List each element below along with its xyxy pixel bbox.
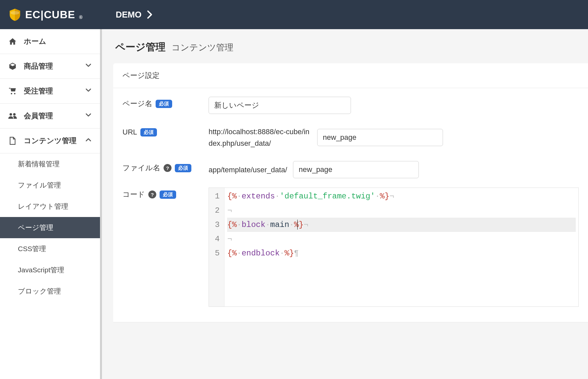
sidebar-item-label: コンテンツ管理 (24, 136, 78, 146)
sidebar: ホーム 商品管理 受注管理 会員管理 (0, 29, 102, 379)
page-name-input[interactable] (209, 97, 351, 114)
label-url: URL (122, 128, 137, 136)
filename-input[interactable] (293, 161, 419, 178)
app-header: EC|CUBE ® DEMO (0, 0, 588, 29)
home-icon (8, 37, 17, 46)
card-header: ページ設定 (113, 63, 588, 88)
subnav-item-label: CSS管理 (18, 245, 46, 252)
url-prefix: http://localhost:8888/ec-cube/index.php/… (209, 126, 311, 149)
page-subtitle: コンテンツ管理 (172, 42, 233, 53)
subnav-item-page[interactable]: ページ管理 (0, 217, 100, 238)
subnav-item-js[interactable]: JavaScript管理 (0, 259, 100, 281)
subnav-item-css[interactable]: CSS管理 (0, 238, 100, 259)
sidebar-item-members[interactable]: 会員管理 (0, 104, 100, 129)
editor-gutter: 12345 (209, 188, 224, 306)
chevron-up-icon (85, 136, 92, 145)
subnav-item-label: JavaScript管理 (18, 266, 64, 274)
main-content: ページ管理 コンテンツ管理 ページ設定 ページ名 必須 (102, 29, 588, 379)
logo-trademark: ® (79, 15, 82, 20)
subnav-item-layout[interactable]: レイアウト管理 (0, 196, 100, 217)
chevron-down-icon (85, 86, 92, 96)
label-code: コード (122, 190, 145, 199)
shield-icon (8, 8, 22, 22)
users-icon (8, 111, 17, 121)
sidebar-item-label: 会員管理 (24, 111, 78, 121)
url-input[interactable] (317, 129, 443, 146)
form-row-filename: ファイル名 ? 必須 app/template/user_data/ (122, 155, 579, 184)
sidebar-item-content[interactable]: コンテンツ管理 (0, 129, 100, 153)
required-badge: 必須 (160, 190, 176, 199)
sidebar-item-label: 商品管理 (24, 61, 78, 71)
subnav-item-label: 新着情報管理 (18, 160, 60, 168)
chevron-down-icon (85, 111, 92, 121)
sidebar-item-label: ホーム (24, 36, 92, 46)
sidebar-subnav-content: 新着情報管理 ファイル管理 レイアウト管理 ページ管理 CSS管理 JavaSc… (0, 153, 100, 302)
required-badge: 必須 (156, 100, 172, 108)
cart-icon (8, 86, 17, 96)
code-editor[interactable]: 12345 {%·extends·'default_frame.twig'·%}… (209, 188, 579, 307)
subnav-item-label: ページ管理 (18, 224, 53, 231)
sidebar-item-products[interactable]: 商品管理 (0, 54, 100, 79)
form-row-name: ページ名 必須 (122, 91, 579, 120)
label-name: ページ名 (122, 99, 152, 109)
required-badge: 必須 (175, 164, 191, 172)
subnav-item-label: レイアウト管理 (18, 202, 68, 210)
svg-point-0 (10, 11, 19, 15)
logo-text: EC|CUBE (25, 9, 75, 21)
subnav-item-label: ブロック管理 (18, 287, 61, 295)
file-icon (8, 136, 17, 145)
page-settings-card: ページ設定 ページ名 必須 URL 必須 (113, 63, 588, 322)
help-icon[interactable]: ? (164, 164, 172, 172)
chevron-right-icon (147, 10, 153, 19)
logo[interactable]: EC|CUBE ® (8, 8, 82, 22)
subnav-item-news[interactable]: 新着情報管理 (0, 153, 100, 175)
subnav-item-block[interactable]: ブロック管理 (0, 281, 100, 302)
subnav-item-file[interactable]: ファイル管理 (0, 175, 100, 196)
demo-label: DEMO (116, 10, 141, 20)
sidebar-item-label: 受注管理 (24, 86, 78, 96)
page-title: ページ管理 (115, 40, 166, 54)
required-badge: 必須 (140, 128, 157, 136)
cube-icon (8, 62, 17, 71)
filename-prefix: app/template/user_data/ (209, 164, 287, 176)
help-icon[interactable]: ? (148, 190, 156, 198)
form-row-url: URL 必須 http://localhost:8888/ec-cube/ind… (122, 120, 579, 155)
demo-link[interactable]: DEMO (116, 10, 153, 20)
editor-lines[interactable]: {%·extends·'default_frame.twig'·%}¬¬{%·b… (224, 188, 578, 306)
sidebar-item-orders[interactable]: 受注管理 (0, 79, 100, 104)
sidebar-item-home[interactable]: ホーム (0, 29, 100, 54)
label-filename: ファイル名 (122, 163, 160, 173)
form-row-code: コード ? 必須 12345 {%·extends·'default_frame… (122, 184, 579, 313)
chevron-down-icon (85, 62, 92, 71)
page-header: ページ管理 コンテンツ管理 (102, 29, 588, 63)
subnav-item-label: ファイル管理 (18, 181, 61, 189)
